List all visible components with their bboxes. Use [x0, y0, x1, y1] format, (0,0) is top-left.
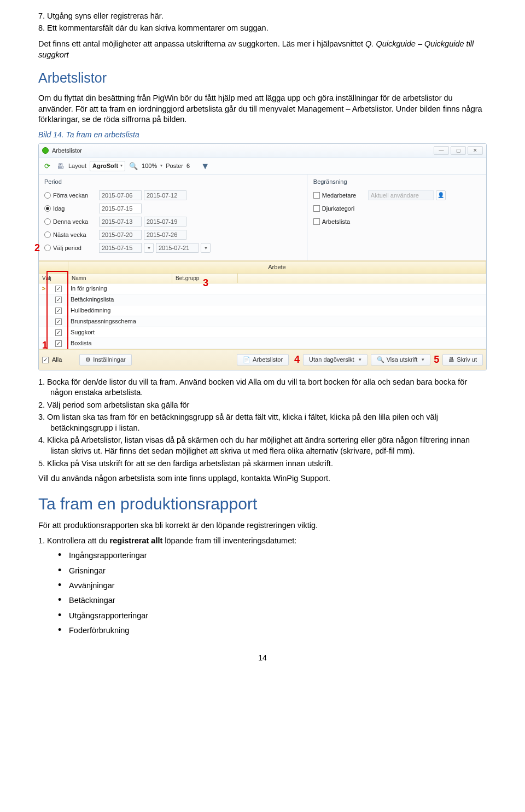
layout-label: Layout — [68, 162, 86, 170]
table-header-group: Arbete — [39, 261, 486, 274]
annotation-5: 5 — [434, 353, 439, 366]
app-window: Arbetslistor — ▢ ✕ ⟳ 🖶 Layout AgroSoft▾ … — [38, 143, 487, 370]
poster-label: Poster — [166, 162, 183, 170]
bullet-item: Betäckningar — [58, 593, 487, 606]
layout-dropdown[interactable]: AgroSoft▾ — [90, 161, 125, 171]
explanation-list: 1. Bocka för den/de listor du vill ta fr… — [38, 377, 487, 469]
page-number: 14 — [38, 653, 487, 663]
filter-value: Aktuell användare — [368, 190, 434, 201]
heading-produktionsrapport: Ta fram en produktionsrapport — [38, 493, 487, 515]
date-to[interactable]: 2015-07-21 — [156, 243, 199, 253]
period-label: Period — [44, 178, 302, 186]
step1-pre: 1. Kontrollera att du — [38, 536, 110, 545]
alla-label: Alla — [52, 356, 62, 364]
date-to[interactable]: 2015-07-12 — [144, 190, 186, 201]
filter-label: Djurkategori — [322, 205, 366, 213]
checkbox-row[interactable] — [55, 329, 62, 336]
step1-post: löpande fram till inventeringsdatumet: — [162, 536, 296, 545]
installningar-button[interactable]: ⚙Inställningar — [79, 354, 131, 366]
filter-icon[interactable]: ▼ — [199, 160, 212, 172]
table-row[interactable]: Betäckningslista — [39, 294, 486, 305]
list-item: 1. Bocka för den/de listor du vill ta fr… — [38, 377, 487, 398]
preview-icon: 🔍 — [377, 356, 384, 364]
zoom-icon[interactable]: 🔍 — [129, 161, 138, 171]
checkbox-row[interactable] — [55, 308, 62, 314]
checkbox-djurkategori[interactable] — [313, 205, 320, 212]
date-from[interactable]: 2015-07-06 — [99, 190, 142, 201]
maximize-button[interactable]: ▢ — [451, 146, 466, 155]
header-valj: Välj — [39, 274, 68, 283]
list-item: 3. Om listan ska tas fram för en betäckn… — [38, 412, 487, 433]
begransning-label: Begränsning — [313, 178, 481, 186]
checkbox-row[interactable] — [55, 340, 62, 347]
close-button[interactable]: ✕ — [468, 146, 483, 155]
date-from[interactable]: 2015-07-15 — [99, 243, 142, 253]
calendar-button[interactable]: ▾ — [144, 243, 154, 253]
list-icon: 📄 — [243, 356, 250, 364]
title-bar: Arbetslistor — ▢ ✕ — [39, 144, 486, 158]
window-title: Arbetslistor — [52, 147, 82, 155]
minimize-button[interactable]: — — [434, 146, 449, 155]
layout-value: AgroSoft — [92, 162, 118, 170]
radio-valj-period[interactable] — [44, 245, 51, 251]
refresh-icon[interactable]: ⟳ — [42, 161, 52, 171]
app-icon — [42, 147, 49, 154]
lookup-button[interactable]: 👤 — [436, 190, 446, 200]
intro-text: Det finns ett antal möjligheter att anpa… — [38, 39, 365, 48]
period-row: Nästa vecka 2015-07-20 2015-07-26 — [44, 229, 302, 241]
checkbox-medarbetare[interactable] — [313, 192, 320, 199]
prod-step-1: 1. Kontrollera att du registrerat allt l… — [38, 536, 487, 547]
date-to[interactable]: 2015-07-26 — [144, 230, 186, 240]
filter-row: Djurkategori — [313, 202, 481, 214]
visa-utskrift-button[interactable]: 🔍Visa utskrift — [371, 354, 431, 366]
table-row[interactable]: Suggkort — [39, 327, 486, 338]
row-name: In för grisning — [68, 285, 172, 293]
row-name: Suggkort — [68, 328, 172, 337]
bullet-item: Avvänjningar — [58, 578, 487, 591]
filter-row: Arbetslista — [313, 216, 481, 228]
list-item-8: 8. Ett kommentarsfält där du kan skriva … — [38, 23, 487, 34]
table-row[interactable]: Hullbedömning — [39, 305, 486, 316]
chevron-down-icon: ▾ — [120, 163, 122, 169]
skriv-ut-button[interactable]: 🖶Skriv ut — [442, 354, 483, 366]
arbetslistor-paragraph: Om du flyttat din besättning från PigWin… — [38, 93, 487, 125]
chevron-down-icon[interactable]: ▾ — [160, 163, 162, 169]
checkbox-row[interactable] — [55, 297, 62, 303]
calendar-button[interactable]: ▾ — [201, 243, 211, 253]
checkbox-alla[interactable] — [42, 357, 49, 363]
date-from[interactable]: 2015-07-13 — [99, 217, 142, 227]
table-body: > In för grisning Betäckningslista Hullb… — [39, 283, 486, 349]
filter-label: Medarbetare — [322, 192, 366, 200]
annotation-2: 2 — [34, 241, 40, 254]
bullet-item: Utgångsrapporteringar — [58, 608, 487, 622]
table-row[interactable]: Boxlista — [39, 338, 486, 349]
poster-value: 6 — [186, 162, 190, 170]
checkbox-row[interactable] — [55, 318, 62, 325]
table-subheader: Välj Namn Bet.grupp — [39, 274, 486, 284]
checkbox-arbetslista[interactable] — [313, 218, 320, 225]
bullet-item: Grisningar — [58, 564, 487, 577]
figure-caption: Bild 14. Ta fram en arbetslista — [38, 130, 487, 140]
annotation-3: 3 — [203, 276, 208, 289]
list-item: 5. Klicka på Visa utskrift för att se de… — [38, 459, 487, 469]
radio-forra-veckan[interactable] — [44, 192, 51, 199]
period-row: Idag 2015-07-15 — [44, 202, 302, 214]
checkbox-row[interactable] — [55, 286, 62, 292]
arbetslistor-button[interactable]: 📄Arbetslistor — [237, 354, 289, 366]
row-name: Hullbedömning — [68, 306, 172, 315]
date-from[interactable]: 2015-07-20 — [99, 230, 142, 240]
radio-nasta-vecka[interactable] — [44, 231, 51, 238]
period-option-label: Denna vecka — [53, 218, 97, 226]
radio-denna-vecka[interactable] — [44, 218, 51, 225]
radio-idag[interactable] — [44, 205, 51, 212]
table-row[interactable]: Brunstpassningsschema — [39, 316, 486, 327]
table-row[interactable]: > In för grisning — [39, 283, 486, 294]
printer-icon[interactable]: 🖶 — [55, 161, 65, 171]
row-name: Brunstpassningsschema — [68, 317, 172, 326]
toolbar: ⟳ 🖶 Layout AgroSoft▾ 🔍 100% ▾ Poster 6 ▼ — [39, 158, 486, 175]
gear-icon: ⚙ — [85, 356, 91, 364]
list-item: 2. Välj period som arbetslistan ska gäll… — [38, 400, 487, 411]
date-from[interactable]: 2015-07-15 — [99, 204, 142, 214]
date-to[interactable]: 2015-07-19 — [144, 217, 186, 227]
utan-dagsoversikt-dropdown[interactable]: Utan dagöversikt — [303, 354, 368, 366]
